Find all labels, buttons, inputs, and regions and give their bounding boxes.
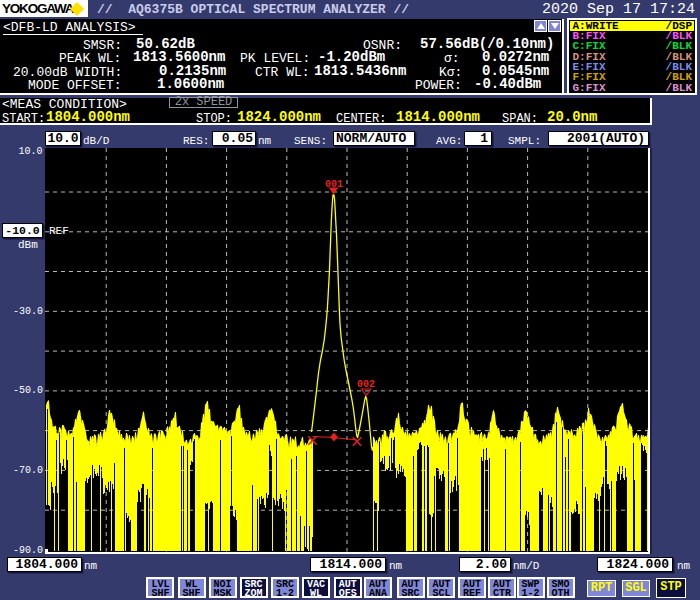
svg-text:001: 001 <box>325 179 343 190</box>
svg-text:002: 002 <box>357 379 375 390</box>
svg-text:REF: REF <box>49 225 69 237</box>
